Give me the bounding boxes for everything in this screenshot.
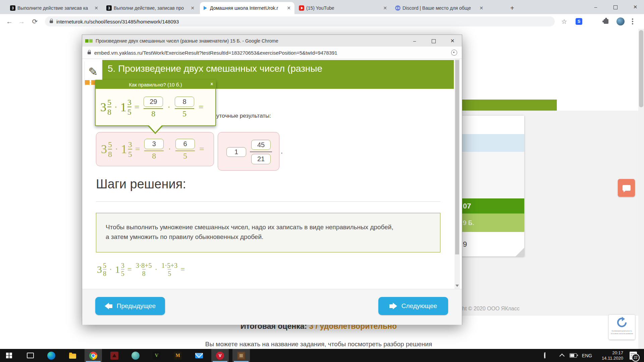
scroll-down-icon[interactable] bbox=[455, 285, 459, 287]
popup-window: Произведение двух смешанных чисел (разны… bbox=[82, 35, 462, 325]
task-view-button[interactable] bbox=[21, 349, 39, 362]
tab-close-icon[interactable]: ✕ bbox=[286, 5, 292, 11]
tab-interneturok-active[interactable]: Домашняя школа InternetUrok.r ✕ bbox=[200, 2, 294, 14]
site-settings-icon[interactable] bbox=[451, 50, 457, 56]
answer-input[interactable]: 45 bbox=[251, 140, 271, 150]
answer-input[interactable]: 29 bbox=[144, 97, 163, 107]
scrollbar-thumb[interactable] bbox=[455, 60, 459, 254]
notification-center-button[interactable]: 22 bbox=[627, 349, 640, 362]
chat-widget-button[interactable] bbox=[618, 179, 635, 197]
people-tray-button[interactable] bbox=[541, 349, 554, 362]
popup-close-button[interactable]: ✕ bbox=[444, 35, 461, 47]
new-tab-button[interactable]: + bbox=[507, 3, 517, 13]
orange-square-icon bbox=[85, 80, 90, 85]
extensions-puzzle-icon[interactable] bbox=[604, 19, 608, 24]
recaptcha-icon bbox=[616, 317, 628, 328]
gta-v-icon: V bbox=[153, 352, 161, 360]
file-explorer-button[interactable] bbox=[64, 349, 81, 362]
globe-game-button[interactable] bbox=[127, 349, 144, 362]
tab-discord[interactable]: Discord | Ваше место для обще ✕ bbox=[392, 2, 487, 14]
recaptcha-privacy: Конфиденциальность bbox=[609, 329, 635, 332]
battery-icon bbox=[570, 353, 577, 358]
papers-please-icon bbox=[110, 352, 118, 360]
answer-input[interactable]: 8 bbox=[175, 97, 194, 107]
mail-icon bbox=[195, 353, 203, 358]
tab-title: Домашняя школа InternetUrok.r bbox=[210, 5, 284, 11]
browser-toolbar: ← → ⟳ interneturok.ru/school/lesson/3148… bbox=[0, 14, 644, 29]
popup-window-title: Произведение двух смешанных чисел (разны… bbox=[96, 38, 278, 44]
popup-title-bar[interactable]: Произведение двух смешанных чисел (разны… bbox=[82, 35, 462, 47]
chrome-taskbar-button[interactable] bbox=[85, 349, 102, 362]
recaptcha-badge[interactable]: Конфиденциальность Условия использования bbox=[609, 315, 635, 340]
tooltip-header: Как правильно? (10 б.) x bbox=[96, 80, 215, 89]
lock-icon bbox=[88, 52, 91, 54]
chrome-menu-icon[interactable] bbox=[632, 21, 633, 22]
card-row-highlight bbox=[459, 134, 524, 152]
tab-title: Discord | Ваше место для обще bbox=[402, 5, 476, 11]
next-button[interactable]: Следующее bbox=[378, 297, 448, 315]
address-bar[interactable]: interneturok.ru/school/lesson/31485/home… bbox=[45, 16, 555, 26]
tab-close-icon[interactable]: ✕ bbox=[190, 5, 196, 11]
answer-input[interactable]: 1 bbox=[226, 147, 246, 157]
gta-v-button[interactable]: V bbox=[148, 349, 165, 362]
tab-close-icon[interactable]: ✕ bbox=[93, 5, 99, 11]
explanation-line: Чтобы выполнить умножение смешанных чисе… bbox=[106, 222, 431, 232]
tab-exercise-2[interactable]: 3 Выполни действие, записав про ✕ bbox=[104, 2, 198, 14]
edge-icon bbox=[47, 352, 55, 360]
scrollbar-thumb[interactable] bbox=[639, 30, 643, 107]
window-minimize-button[interactable]: – bbox=[586, 0, 605, 14]
previous-button[interactable]: Предыдущее bbox=[95, 297, 165, 315]
bookmark-star-icon[interactable]: ☆ bbox=[561, 18, 567, 25]
exercise-pencil-tile: ✎ bbox=[85, 61, 102, 82]
file-explorer-icon bbox=[69, 354, 76, 359]
tab-close-icon[interactable]: ✕ bbox=[478, 5, 484, 11]
battery-tray-button[interactable] bbox=[568, 349, 579, 362]
tooltip-close-icon[interactable]: x bbox=[211, 81, 213, 86]
hotline-miami-icon: M bbox=[174, 352, 182, 360]
edge-taskbar-button[interactable] bbox=[43, 349, 60, 362]
lock-icon bbox=[50, 20, 53, 23]
popup-minimize-button[interactable]: – bbox=[406, 35, 423, 47]
youtube-favicon bbox=[299, 5, 304, 11]
mail-button[interactable] bbox=[190, 349, 208, 362]
url-text: interneturok.ru/school/lesson/31485/home… bbox=[56, 19, 179, 24]
page-scrollbar[interactable] bbox=[638, 29, 644, 349]
hotline-miami-button[interactable]: M bbox=[169, 349, 186, 362]
refresh-icon[interactable]: ⟳ bbox=[30, 14, 40, 29]
intermediate-results-label: уточные результаты: bbox=[216, 113, 271, 119]
answer-input[interactable]: 6 bbox=[175, 139, 195, 149]
answer-input[interactable]: 21 bbox=[251, 154, 271, 164]
back-icon[interactable]: ← bbox=[4, 14, 15, 29]
extension-s-icon[interactable]: S bbox=[576, 18, 582, 25]
tray-date: 14.11.2020 bbox=[602, 356, 623, 361]
chevron-up-icon bbox=[559, 354, 565, 359]
language-indicator[interactable]: ENG bbox=[580, 349, 594, 362]
tab-exercise-1[interactable]: 3 Выполните действие записав ка ✕ bbox=[7, 2, 102, 14]
sentence-period: . bbox=[281, 147, 283, 156]
minecraft-button[interactable] bbox=[232, 349, 250, 362]
window-close-button[interactable]: ✕ bbox=[626, 0, 644, 14]
score-card: 07 9 Б. 9 bbox=[459, 116, 524, 256]
exercise-banner-title: 5. Произведение двух смешанных чисел (ра… bbox=[108, 63, 322, 74]
profile-avatar[interactable] bbox=[616, 17, 625, 25]
popup-address-bar[interactable]: embed.vm.yaklass.ru/TestWork/ExerciseRes… bbox=[82, 47, 462, 59]
tab-close-icon[interactable]: ✕ bbox=[382, 5, 388, 11]
papers-please-button[interactable] bbox=[106, 349, 123, 362]
popup-maximize-button[interactable] bbox=[425, 35, 442, 47]
expressvpn-button[interactable]: V bbox=[211, 349, 229, 362]
maximize-icon bbox=[432, 39, 436, 43]
solution-steps-heading: Шаги решения: bbox=[96, 177, 186, 191]
tab-youtube[interactable]: (15) YouTube ✕ bbox=[296, 2, 391, 14]
card-row-points: 9 Б. bbox=[459, 214, 524, 232]
notification-badge: 22 bbox=[632, 354, 640, 362]
clock-tray-button[interactable]: 20:17 14.11.2020 bbox=[594, 349, 623, 362]
answer-input[interactable]: 3 bbox=[144, 139, 164, 149]
tray-overflow-button[interactable] bbox=[557, 349, 567, 362]
arrow-right-icon bbox=[389, 303, 397, 309]
forward-icon[interactable]: → bbox=[16, 14, 27, 29]
start-button[interactable] bbox=[0, 349, 18, 362]
window-restore-button[interactable] bbox=[606, 0, 625, 14]
popup-scrollbar[interactable] bbox=[454, 59, 460, 289]
interneturok-favicon bbox=[203, 5, 208, 11]
tooltip-arrow bbox=[147, 125, 163, 134]
